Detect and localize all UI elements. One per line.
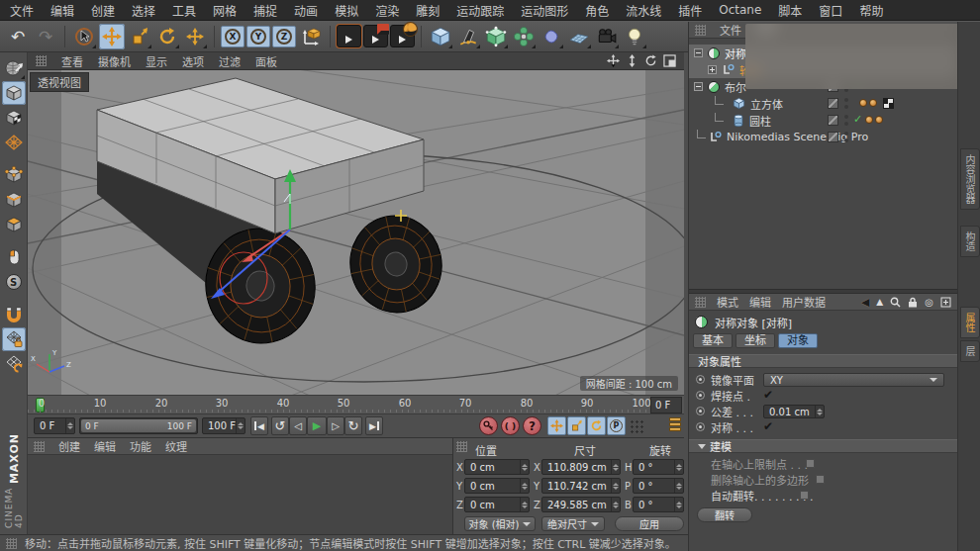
rotation-p-field[interactable]: 0 ° <box>633 478 684 494</box>
menu-render[interactable]: 渲染 <box>375 2 399 19</box>
viewport-label[interactable]: 透视视图 <box>30 72 89 92</box>
visibility-dots[interactable] <box>844 98 848 109</box>
viewport[interactable]: Y X Z 透视视图 网格间距 : 100 cm <box>28 70 684 395</box>
panel-grip[interactable] <box>36 55 47 66</box>
add-spline-pen-button[interactable] <box>455 24 481 49</box>
scale-tool[interactable] <box>127 24 152 49</box>
layer-square[interactable] <box>828 132 838 142</box>
spinner[interactable] <box>236 418 245 433</box>
timeline-ruler[interactable]: 0 10 20 30 40 50 60 70 80 90 100 0 F <box>28 395 684 414</box>
keyframe-rotation-toggle[interactable] <box>587 416 606 435</box>
layer-square[interactable] <box>828 115 838 126</box>
keyframe-help-button[interactable]: ? <box>523 416 541 435</box>
menu-create[interactable]: 创建 <box>91 2 115 19</box>
viewport-menu-view[interactable]: 查看 <box>61 53 83 69</box>
record-keyframe-button[interactable] <box>479 416 498 435</box>
keyframe-radio[interactable] <box>696 407 705 415</box>
object-row-cube[interactable]: 立方体 <box>689 95 957 112</box>
workplane-mode-button[interactable] <box>2 131 26 154</box>
keyframe-radio[interactable] <box>696 375 705 384</box>
history-back-icon[interactable]: ◀ <box>861 296 869 309</box>
tab-attributes[interactable]: 属性 <box>960 307 980 338</box>
lock-workplane-button[interactable] <box>2 327 26 351</box>
rotate-view-icon[interactable] <box>644 54 657 67</box>
texture-tag[interactable] <box>883 98 894 109</box>
delete-polygons-checkbox[interactable] <box>816 475 825 484</box>
move-tool[interactable] <box>99 24 125 49</box>
frame-range-slider[interactable]: 0 F100 F <box>79 417 198 434</box>
dolly-view-icon[interactable] <box>626 54 638 67</box>
range-end-field[interactable]: 100 F <box>202 417 245 434</box>
next-frame-button[interactable]: ▷ <box>327 416 344 435</box>
add-mograph-button[interactable] <box>511 24 537 49</box>
rotation-h-field[interactable]: 0 ° <box>633 459 684 475</box>
coordinate-system-button[interactable] <box>298 24 324 49</box>
menu-script[interactable]: 脚本 <box>778 2 802 19</box>
section-object-properties[interactable]: 对象属性 <box>689 354 957 368</box>
material-menu-texture[interactable]: 纹理 <box>165 438 187 454</box>
attr-menu-mode[interactable]: 模式 <box>717 294 738 310</box>
last-used-tool[interactable] <box>182 24 208 49</box>
object-row-scene-rig[interactable]: Nikomedias Scene Rig Pro <box>689 129 957 145</box>
render-picture-viewer-button[interactable] <box>363 25 388 47</box>
search-icon[interactable] <box>890 297 901 308</box>
phong-tag[interactable] <box>859 99 867 107</box>
menu-tools[interactable]: 工具 <box>172 2 196 19</box>
menu-mograph[interactable]: 运动图形 <box>521 2 568 19</box>
tab-coordinates[interactable]: 坐标 <box>735 333 775 348</box>
attr-menu-edit[interactable]: 编辑 <box>749 294 771 310</box>
tab-object[interactable]: 对象 <box>778 333 818 348</box>
viewport-solo-button[interactable] <box>2 245 26 269</box>
previous-key-button[interactable]: ↺ <box>271 416 289 435</box>
redo-button[interactable]: ↷ <box>33 24 58 49</box>
spinner[interactable] <box>65 418 74 433</box>
keyframe-scale-toggle[interactable] <box>567 416 586 435</box>
viewport-menu-cameras[interactable]: 摄像机 <box>98 53 131 69</box>
panel-grip[interactable] <box>6 538 17 549</box>
toggle-active-view-icon[interactable] <box>663 54 676 67</box>
lock-z-axis-button[interactable]: Z <box>272 26 296 47</box>
keyframe-position-toggle[interactable] <box>547 416 566 435</box>
menu-animate[interactable]: 动画 <box>294 2 318 19</box>
lock-icon[interactable] <box>908 297 918 308</box>
viewport-menu-display[interactable]: 显示 <box>146 53 167 69</box>
arrow-up-icon[interactable]: ▲ <box>876 297 883 307</box>
panel-grip[interactable] <box>695 25 706 36</box>
live-selection-tool[interactable] <box>71 24 97 49</box>
position-mode-dropdown[interactable]: 对象 (相对) <box>464 516 536 531</box>
phong-tag[interactable] <box>869 99 877 107</box>
3d-scene[interactable]: Y X Z <box>28 70 684 395</box>
workplane-button[interactable] <box>2 352 26 376</box>
panel-grip[interactable] <box>456 441 467 452</box>
current-frame-display[interactable]: 0 F <box>650 397 682 413</box>
viewport-menu-filter[interactable]: 过滤 <box>219 53 241 69</box>
expand-icon[interactable] <box>708 65 717 74</box>
add-light-button[interactable] <box>622 24 647 49</box>
auto-flip-checkbox[interactable] <box>800 491 809 500</box>
menu-pipeline[interactable]: 流水线 <box>626 2 661 19</box>
current-frame-field[interactable]: 0 F <box>34 417 75 434</box>
attr-menu-userdata[interactable]: 用户数据 <box>782 294 826 310</box>
undo-button[interactable]: ↶ <box>5 24 31 49</box>
object-row-cylinder[interactable]: 圆柱 ✓ <box>689 112 957 129</box>
tab-layers[interactable]: 层 <box>960 340 980 362</box>
collapse-icon[interactable] <box>694 48 703 57</box>
render-view-button[interactable] <box>337 25 361 47</box>
next-key-button[interactable]: ↻ <box>344 416 362 435</box>
play-button[interactable]: ▶ <box>307 416 327 435</box>
material-menu-edit[interactable]: 编辑 <box>94 438 116 454</box>
position-z-field[interactable]: 0 cm <box>464 497 530 512</box>
menu-mesh[interactable]: 网格 <box>213 2 237 19</box>
panel-grip[interactable] <box>695 297 706 308</box>
flip-button[interactable]: 翻转 <box>697 507 752 522</box>
phong-tag[interactable] <box>875 116 883 124</box>
phong-tag[interactable] <box>865 116 873 124</box>
menu-sculpt[interactable]: 雕刻 <box>416 2 440 19</box>
size-z-field[interactable]: 249.585 cm <box>541 497 621 512</box>
add-cube-button[interactable] <box>428 24 453 49</box>
autokeying-button[interactable]: ( ) <box>501 416 520 435</box>
keyframe-parameter-toggle[interactable]: P <box>607 416 626 435</box>
tab-content-browser[interactable]: 内容浏览器 <box>960 148 980 210</box>
edges-mode-button[interactable] <box>2 188 26 212</box>
polygons-mode-button[interactable] <box>2 213 26 236</box>
